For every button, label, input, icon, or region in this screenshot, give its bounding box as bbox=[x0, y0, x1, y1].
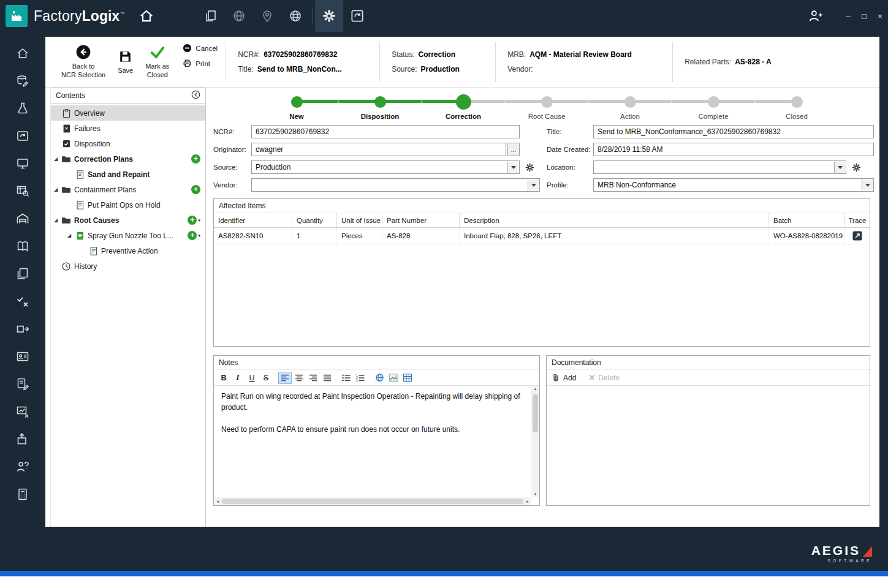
tree-item-preventive-action[interactable]: Preventive Action bbox=[51, 243, 205, 258]
originator-browse-button[interactable]: ... bbox=[507, 143, 520, 156]
add-attachment-button[interactable]: Add bbox=[552, 373, 576, 382]
process-refresh-icon[interactable] bbox=[343, 0, 371, 32]
table-row[interactable]: AS8282-SN10 1 Pieces AS-828 Inboard Flap… bbox=[214, 228, 870, 244]
tree-item-root-causes[interactable]: ◢ Root Causes +▾ bbox=[51, 213, 205, 228]
workstation-icon[interactable] bbox=[15, 156, 31, 171]
location-settings-gear-icon[interactable] bbox=[849, 160, 863, 174]
title-field[interactable]: Send to MRB_NonConformance_6370259028607… bbox=[593, 125, 874, 138]
align-justify-icon[interactable] bbox=[321, 372, 334, 384]
lot-search-icon[interactable] bbox=[15, 183, 31, 198]
library-icon[interactable] bbox=[15, 238, 31, 254]
tree-item-correction-plans[interactable]: ◢ Correction Plans + bbox=[51, 151, 205, 167]
numbered-list-icon[interactable]: 123 bbox=[354, 372, 367, 384]
scrollbar-thumb[interactable] bbox=[533, 394, 538, 432]
support-icon[interactable] bbox=[15, 459, 31, 474]
tree-item-overview[interactable]: Overview bbox=[51, 105, 205, 121]
add-preventive-action-button[interactable]: +▾ bbox=[188, 231, 200, 240]
collapse-panel-icon[interactable] bbox=[191, 90, 200, 101]
templates-icon[interactable] bbox=[15, 266, 31, 281]
bullet-list-icon[interactable] bbox=[340, 372, 353, 384]
documents-icon[interactable] bbox=[197, 0, 225, 32]
chevron-down-icon[interactable] bbox=[507, 162, 518, 173]
vertical-scrollbar[interactable]: ▴▾ bbox=[531, 386, 539, 497]
delete-attachment-button[interactable]: ✕ Delete bbox=[588, 373, 620, 382]
chevron-down-icon[interactable] bbox=[834, 162, 845, 173]
ncr-number-field[interactable]: 637025902860769832 bbox=[251, 125, 520, 138]
hyperlink-globe-icon[interactable] bbox=[373, 372, 386, 384]
audit-icon[interactable] bbox=[15, 404, 31, 419]
tree-item-sand-and-repaint[interactable]: Sand and Repaint bbox=[51, 167, 205, 182]
underline-button[interactable]: U bbox=[245, 372, 259, 384]
column-header-unit[interactable]: Unit of Issue bbox=[337, 213, 382, 227]
cancel-button[interactable]: Cancel bbox=[183, 43, 218, 53]
notes-editor[interactable]: Paint Run on wing recorded at Paint Insp… bbox=[214, 386, 539, 505]
chevron-down-icon[interactable] bbox=[528, 179, 539, 190]
vendor-dropdown[interactable] bbox=[251, 178, 540, 192]
mark-as-closed-button[interactable]: Mark asClosed bbox=[139, 37, 175, 87]
strikethrough-button[interactable]: S bbox=[259, 372, 273, 384]
horizontal-scrollbar[interactable]: ◂▸ bbox=[214, 497, 531, 505]
column-header-batch[interactable]: Batch bbox=[769, 213, 845, 227]
print-button[interactable]: Print bbox=[183, 59, 218, 68]
tree-item-failures[interactable]: Failures bbox=[51, 121, 205, 136]
column-header-part-number[interactable]: Part Number bbox=[382, 213, 460, 227]
materials-icon[interactable] bbox=[15, 73, 31, 88]
insert-table-icon[interactable] bbox=[401, 372, 414, 384]
location-dropdown[interactable] bbox=[593, 160, 846, 174]
source-settings-gear-icon[interactable] bbox=[522, 160, 537, 174]
expander-icon[interactable]: ◢ bbox=[64, 233, 74, 238]
chevron-down-icon[interactable] bbox=[862, 179, 873, 190]
expander-icon[interactable]: ◢ bbox=[51, 156, 61, 162]
transfer-icon[interactable] bbox=[15, 321, 31, 336]
date-created-field[interactable]: 8/28/2019 11:58 AM bbox=[593, 143, 874, 156]
expander-icon[interactable]: ◢ bbox=[51, 217, 61, 223]
profile-dropdown[interactable]: MRB Non-Conformance bbox=[593, 178, 874, 192]
engineering-icon[interactable] bbox=[15, 100, 31, 116]
documentation-list[interactable] bbox=[547, 386, 870, 505]
minimize-button[interactable]: – bbox=[840, 0, 856, 32]
ncr-toolbar: Back toNCR Selection Save Mark asClosed … bbox=[45, 37, 879, 88]
save-button[interactable]: Save bbox=[112, 37, 139, 87]
scrollbar-thumb[interactable] bbox=[222, 499, 523, 504]
back-to-ncr-selection-button[interactable]: Back toNCR Selection bbox=[55, 37, 112, 87]
add-user-icon[interactable] bbox=[801, 0, 829, 32]
maximize-button[interactable]: □ bbox=[856, 0, 872, 32]
reports-icon[interactable] bbox=[15, 376, 31, 391]
trace-link-icon[interactable] bbox=[845, 228, 870, 244]
revision-icon[interactable] bbox=[15, 128, 31, 143]
tree-item-history[interactable]: History bbox=[51, 258, 205, 274]
home-icon[interactable] bbox=[134, 8, 159, 24]
warehouse-icon[interactable] bbox=[15, 211, 31, 226]
column-header-trace[interactable]: Trace bbox=[845, 213, 870, 227]
add-correction-plan-button[interactable]: + bbox=[191, 154, 200, 164]
tree-item-spray-gun-nozzle[interactable]: ◢ Spray Gun Nozzle Too L... +▾ bbox=[51, 228, 205, 243]
globe-icon[interactable] bbox=[281, 0, 309, 32]
cloud-icon[interactable] bbox=[225, 0, 253, 32]
bold-button[interactable]: B bbox=[217, 372, 230, 384]
source-dropdown[interactable]: Production bbox=[251, 160, 520, 174]
column-header-description[interactable]: Description bbox=[460, 213, 769, 227]
calculator-icon[interactable] bbox=[15, 486, 31, 502]
gear-icon[interactable] bbox=[315, 0, 343, 32]
quality-icon[interactable] bbox=[15, 293, 31, 309]
id-card-icon[interactable] bbox=[15, 349, 31, 364]
add-root-cause-button[interactable]: +▾ bbox=[188, 216, 200, 225]
tree-item-disposition[interactable]: Disposition bbox=[51, 136, 205, 151]
tree-item-containment-plans[interactable]: ◢ Containment Plans + bbox=[51, 182, 205, 197]
tree-item-put-paint-ops-on-hold[interactable]: Put Paint Ops on Hold bbox=[51, 197, 205, 213]
cancel-icon bbox=[183, 43, 192, 53]
align-right-icon[interactable] bbox=[306, 372, 320, 384]
column-header-identifier[interactable]: Identifier bbox=[214, 213, 292, 227]
align-center-icon[interactable] bbox=[292, 372, 306, 384]
add-containment-plan-button[interactable]: + bbox=[191, 185, 200, 194]
home-icon[interactable] bbox=[15, 45, 31, 61]
align-left-icon[interactable] bbox=[278, 372, 292, 384]
shipment-icon[interactable] bbox=[15, 431, 31, 447]
originator-field[interactable]: cwagner bbox=[251, 143, 506, 156]
expander-icon[interactable]: ◢ bbox=[51, 187, 61, 192]
insert-image-icon[interactable] bbox=[387, 372, 400, 384]
close-button[interactable]: × bbox=[872, 0, 888, 32]
italic-button[interactable]: I bbox=[231, 372, 245, 384]
map-pin-icon[interactable] bbox=[253, 0, 281, 32]
column-header-quantity[interactable]: Quantity bbox=[292, 213, 337, 227]
